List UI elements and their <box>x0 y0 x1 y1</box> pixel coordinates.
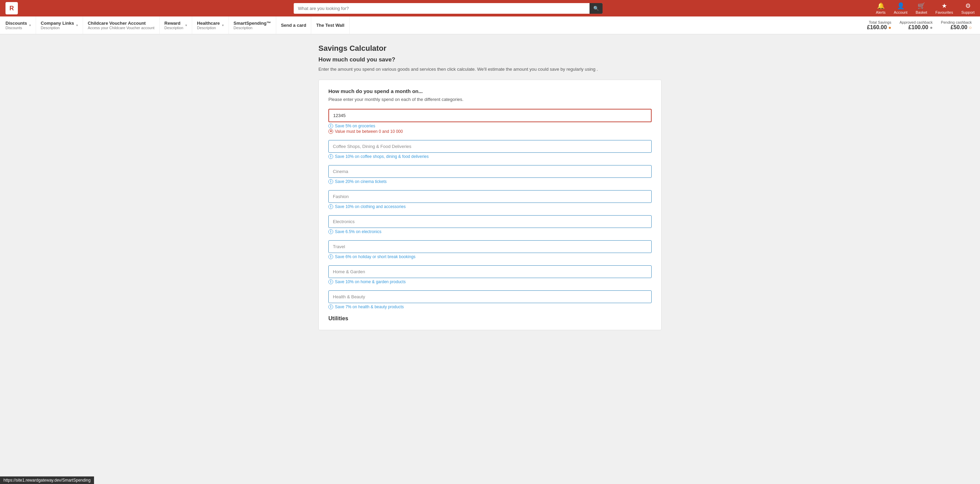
search-icon: 🔍 <box>593 6 599 11</box>
favourites-icon: ★ <box>942 2 947 10</box>
total-savings-label: Total Savings <box>869 20 891 24</box>
nav-desc-childcare: Access your Childcare Voucher account <box>88 26 154 30</box>
hint-icon-travel: i <box>328 254 333 259</box>
error-icon-groceries: ✕ <box>328 129 333 134</box>
basket-icon: 🛒 <box>918 2 925 10</box>
nav-label-smartspending: SmartSpending™ <box>234 21 271 26</box>
nav-item-healthcare[interactable]: Healthcare Description ▾ <box>192 16 229 34</box>
hint-icon-health-beauty: i <box>328 304 333 309</box>
nav-item-discounts[interactable]: Discounts Discounts ▾ <box>3 16 36 34</box>
electronics-hint: i Save 6.5% on electronics <box>328 229 652 234</box>
second-nav: Discounts Discounts ▾ Company Links Desc… <box>0 16 980 34</box>
groceries-error: ✕ Value must be between 0 and 10 000 <box>328 129 652 134</box>
search-bar: 🔍 <box>294 3 603 14</box>
support-nav-item[interactable]: ⚙ Support <box>961 2 975 14</box>
total-savings-item: Total Savings £160.00 ● <box>867 20 891 30</box>
basket-label: Basket <box>915 10 927 14</box>
nav-label-send-card: Send a card <box>281 23 306 28</box>
status-url: https://site1.rewardgateway.dev/SmartSpe… <box>3 478 91 482</box>
search-input[interactable] <box>294 3 603 14</box>
hint-icon-cinema: i <box>328 179 333 184</box>
nav-item-test-wall[interactable]: The Test Wall <box>311 16 349 34</box>
alerts-nav-item[interactable]: 🔔 Alerts <box>876 2 886 14</box>
support-icon: ⚙ <box>965 2 971 10</box>
nav-item-childcare[interactable]: Childcare Voucher Account Access your Ch… <box>83 16 159 34</box>
utilities-title: Utilities <box>328 315 652 322</box>
account-label: Account <box>894 10 908 14</box>
search-button[interactable]: 🔍 <box>590 3 603 14</box>
travel-hint: i Save 6% on holiday or short break book… <box>328 254 652 259</box>
chevron-icon-reward: ▾ <box>185 23 187 27</box>
support-label: Support <box>961 10 975 14</box>
groceries-hint: i Save 5% on groceries <box>328 124 652 128</box>
card-desc: Please enter your monthly spend on each … <box>328 97 652 102</box>
nav-item-smartspending[interactable]: SmartSpending™ Description <box>229 16 276 34</box>
main-content: Savings Calculator How much could you sa… <box>0 34 980 484</box>
chevron-icon-healthcare: ▾ <box>222 23 224 27</box>
home-garden-input[interactable] <box>328 265 652 278</box>
cinema-input[interactable] <box>328 165 652 178</box>
nav-desc-healthcare: Description <box>197 26 220 30</box>
field-group-travel: i Save 6% on holiday or short break book… <box>328 240 652 259</box>
electronics-input[interactable] <box>328 215 652 228</box>
field-group-cinema: i Save 20% on cinema tickets <box>328 165 652 184</box>
alerts-icon: 🔔 <box>877 2 885 10</box>
health-beauty-hint: i Save 7% on health & beauty products <box>328 304 652 309</box>
calculator-wrapper: Savings Calculator How much could you sa… <box>318 44 662 330</box>
pending-icon: ○ <box>969 25 972 30</box>
clock-icon: ● <box>930 25 933 30</box>
basket-nav-item[interactable]: 🛒 Basket <box>915 2 927 14</box>
nav-label-healthcare: Healthcare <box>197 21 220 26</box>
field-group-coffee: i Save 10% on coffee shops, dining & foo… <box>328 140 652 159</box>
field-group-fashion: i Save 10% on clothing and accessories <box>328 190 652 209</box>
top-bar: R 🔍 🔔 Alerts 👤 Account 🛒 Basket ★ Favour… <box>0 0 980 16</box>
pending-cashback-value: £50.00 ○ <box>950 24 972 30</box>
chevron-icon-discounts: ▾ <box>29 23 31 27</box>
hint-icon-electronics: i <box>328 229 333 234</box>
groceries-input[interactable] <box>328 109 652 122</box>
calc-subtitle: How much could you save? <box>318 56 662 63</box>
nav-desc-smartspending: Description <box>234 26 271 30</box>
nav-label-reward: Reward <box>164 21 183 26</box>
nav-desc-reward: Description <box>164 26 183 30</box>
nav-item-reward[interactable]: Reward Description ▾ <box>159 16 192 34</box>
approved-cashback-label: Approved cashback <box>899 20 933 24</box>
total-savings-value: £160.00 ● <box>867 24 891 30</box>
calc-description: Enter the amount you spend on various go… <box>318 66 662 73</box>
field-group-groceries: i Save 5% on groceries ✕ Value must be b… <box>328 109 652 134</box>
nav-label-test-wall: The Test Wall <box>316 23 344 28</box>
field-group-electronics: i Save 6.5% on electronics <box>328 215 652 234</box>
calc-card: How much do you spend a month on... Plea… <box>318 80 662 330</box>
fashion-hint: i Save 10% on clothing and accessories <box>328 204 652 209</box>
account-icon: 👤 <box>897 2 905 10</box>
status-bar: https://site1.rewardgateway.dev/SmartSpe… <box>0 476 94 484</box>
coin-icon: ● <box>888 25 891 30</box>
nav-desc-discounts: Discounts <box>5 26 27 30</box>
nav-item-send-card[interactable]: Send a card <box>276 16 312 34</box>
health-beauty-input[interactable] <box>328 290 652 303</box>
pending-cashback-label: Pending cashback <box>941 20 972 24</box>
hint-icon-coffee: i <box>328 154 333 159</box>
coffee-hint: i Save 10% on coffee shops, dining & foo… <box>328 154 652 159</box>
card-title: How much do you spend a month on... <box>328 88 652 94</box>
travel-input[interactable] <box>328 240 652 253</box>
field-group-home-garden: i Save 10% on home & garden products <box>328 265 652 284</box>
nav-label-childcare: Childcare Voucher Account <box>88 21 154 26</box>
nav-label-discounts: Discounts <box>5 21 27 26</box>
nav-item-company-links[interactable]: Company Links Description ▾ <box>36 16 83 34</box>
alerts-label: Alerts <box>876 10 886 14</box>
favourites-nav-item[interactable]: ★ Favourites <box>935 2 953 14</box>
hint-icon-groceries: i <box>328 124 333 128</box>
fashion-input[interactable] <box>328 190 652 203</box>
field-group-health-beauty: i Save 7% on health & beauty products <box>328 290 652 309</box>
pending-cashback-item: Pending cashback £50.00 ○ <box>941 20 972 30</box>
nav-desc-company-links: Description <box>41 26 74 30</box>
logo[interactable]: R <box>5 2 21 14</box>
account-nav-item[interactable]: 👤 Account <box>894 2 908 14</box>
logo-icon: R <box>5 2 18 14</box>
hint-icon-home-garden: i <box>328 279 333 284</box>
cinema-hint: i Save 20% on cinema tickets <box>328 179 652 184</box>
favourites-label: Favourites <box>935 10 953 14</box>
hint-icon-fashion: i <box>328 204 333 209</box>
coffee-input[interactable] <box>328 140 652 153</box>
